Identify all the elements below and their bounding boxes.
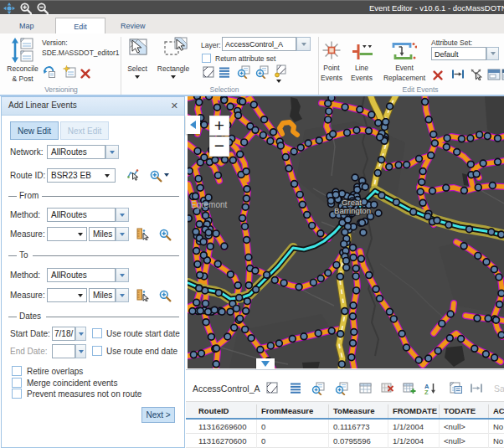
svg-text:Barrington: Barrington bbox=[334, 206, 371, 215]
svg-text:Egremont: Egremont bbox=[191, 200, 228, 209]
svg-text:Z: Z bbox=[424, 389, 429, 394]
